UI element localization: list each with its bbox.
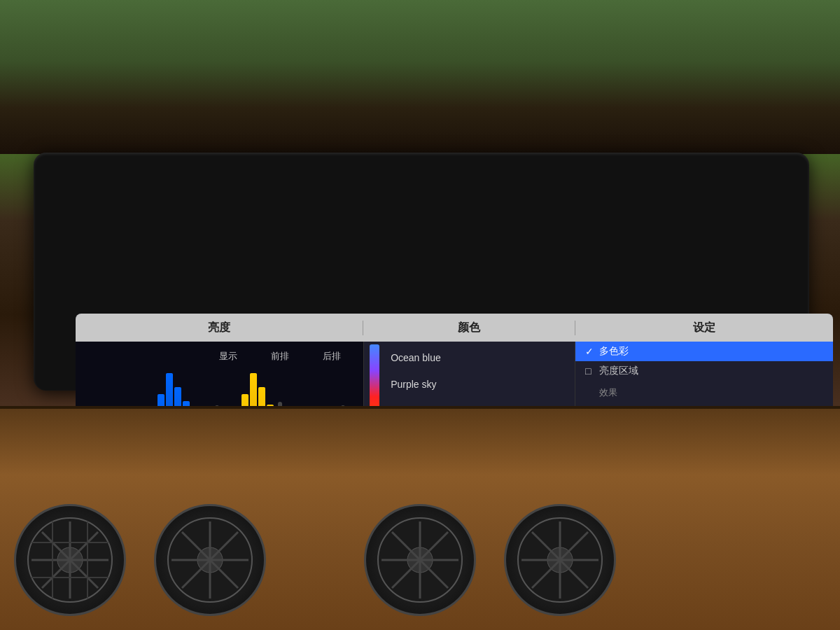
effects-label: 效果 [599,386,617,399]
vent-blades-2 [164,514,255,606]
vent-2 [154,504,266,616]
rear-label: 后排 [323,350,341,363]
check-empty-brightness: □ [585,365,595,377]
vent-blades-3 [374,514,465,606]
vent-blades-1 [24,514,115,606]
screen-surround: 亮度 颜色 设定 [34,153,809,391]
vents-area [0,490,840,630]
brightness-header-label: 亮度 [208,321,230,335]
settings-header-label: 设定 [693,321,715,335]
color-item-purple-sky[interactable]: Purple sky [386,376,569,393]
brightness-zone-label: 亮度区域 [599,365,638,377]
section-headers: 亮度 颜色 设定 [76,314,833,342]
settings-brightness-zone[interactable]: □ 亮度区域 [575,361,833,381]
brightness-section-header: 亮度 [76,321,363,335]
settings-multi-color[interactable]: ✓ 多色彩 [575,342,833,361]
vent-4 [504,504,616,616]
settings-section-header: 设定 [575,321,833,335]
check-icon-multi-color: ✓ [585,346,595,357]
color-item-ocean-blue[interactable]: Ocean blue [386,349,569,366]
vent-blades-4 [514,514,606,606]
vent-3 [364,504,476,616]
settings-effects-title: 效果 [575,381,833,402]
display-label: 显示 [219,350,237,363]
color-section-header: 颜色 [363,321,575,335]
vent-1 [14,504,126,616]
front-label: 前排 [271,350,289,363]
color-header-label: 颜色 [458,321,480,335]
multi-color-label: 多色彩 [599,345,629,358]
dashboard [0,406,840,630]
top-bezel [0,0,840,154]
